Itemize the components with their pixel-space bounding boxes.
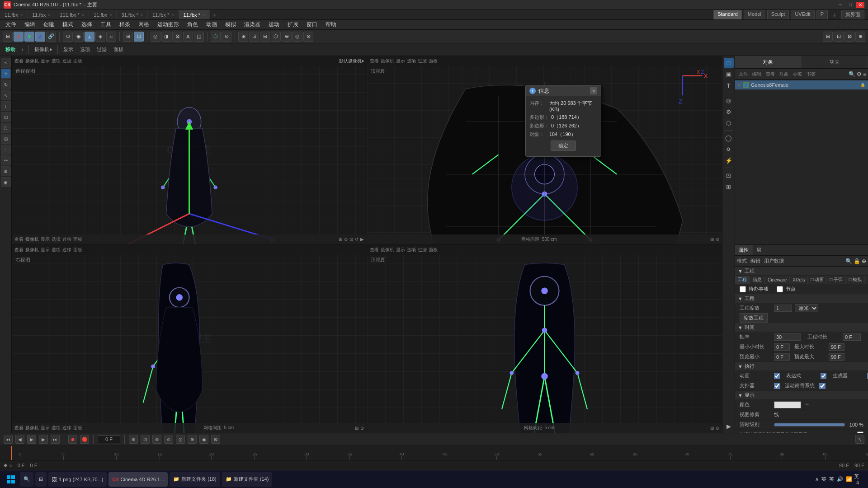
lt-move[interactable]: ✛ [1,69,11,79]
ris-misc2[interactable]: ⊞ [724,182,734,192]
taskbar-clock[interactable]: 英 4 [854,473,859,485]
render3-btn[interactable]: ○ [106,32,116,42]
obj-tb-bookmark[interactable]: 书签 [805,70,817,78]
layer-btn[interactable]: ◑ [161,32,171,42]
systray-network[interactable]: 📶 [846,476,852,482]
ris-t-btn[interactable]: T [724,80,734,90]
tb-right2[interactable]: ⊡ [834,32,844,42]
layout-standard[interactable]: Standard [713,10,742,20]
search-icon[interactable]: 🔍 [849,71,855,77]
vp-bl-filter-btn[interactable]: 过移 [62,247,71,253]
tl-expand[interactable]: ⤡ [855,435,864,444]
close-button[interactable]: ✕ [856,2,864,8]
lt-select[interactable]: ↖ [1,58,11,68]
tb-extra2[interactable]: ⊡ [249,32,259,42]
dialog-close-btn[interactable]: ✕ [590,87,597,94]
props-sub-project[interactable]: 工程 [735,276,750,284]
obj-tb-obj[interactable]: 对象 [778,70,790,78]
layout-new-view[interactable]: 新界面 [841,10,864,20]
menu-mode[interactable]: 模式 [59,20,77,29]
tb-right3[interactable]: ⊠ [844,32,854,42]
lt-rotate[interactable]: ↻ [1,80,11,89]
ris-target-btn[interactable]: ⭘ [724,144,734,154]
taskbar-app-img[interactable]: 🖼 1.png (247 KB,70...) [48,472,107,487]
vp-tl-opts-btn[interactable]: 选项 [52,58,61,64]
minhours-input[interactable] [774,343,790,351]
maximize-button[interactable]: □ [846,2,854,8]
color-edit-icon[interactable]: ✏ [806,402,809,407]
props-sub-cineware[interactable]: Cineware [765,276,790,284]
tl-mode2[interactable]: ⊡ [141,435,150,444]
layout-add[interactable]: + [830,10,840,20]
vp-tl-cam-btn[interactable]: 摄像机 [25,58,39,64]
tb-extra3[interactable]: ⊟ [260,32,270,42]
vp-bl-panel-btn[interactable]: 面板 [73,247,82,253]
props-project-header[interactable]: ▼ 工程 [735,267,868,276]
vp-bl-view-bbt[interactable]: 查看 [14,425,24,431]
menu-animation[interactable]: 动画 [203,20,221,29]
ris-obj-btn[interactable]: □ [724,58,734,68]
vp-toolbar-cam[interactable]: 摄像机♦ [32,45,55,54]
tab-1[interactable]: 11.fbx × [0,10,28,20]
vp-bl-cam-btn[interactable]: 摄像机 [25,247,39,253]
menu-render[interactable]: 渲染器 [241,20,264,29]
tl-mode8[interactable]: ⊠ [211,435,220,444]
layout-uvedit[interactable]: UVEdit [791,10,814,20]
vp-toolbar-opts[interactable]: 选项 [77,45,93,54]
vp-bl-panel-bbt[interactable]: 面板 [73,425,82,431]
misc1[interactable]: A [183,32,193,42]
tab-7-active[interactable]: 11.fbx * × [179,10,210,20]
tab-6-close[interactable]: × [171,13,174,17]
tab-4-close[interactable]: × [109,13,112,17]
obj-tab-skills[interactable]: 功夫 [802,56,868,68]
viewport-right[interactable]: 查看 摄像机 显示 选项 过移 面板 右视图 CG模型主 [12,245,367,433]
vp-tl-bottom-sel[interactable]: 选项 [52,236,61,243]
taskbar-app-folder2[interactable]: 📁 新建文件夹 (14) [222,472,273,487]
tb-extra4[interactable]: ⬡ [271,32,281,42]
taskbar-search[interactable]: 🔍 [20,472,33,487]
tab-3-close[interactable]: × [82,13,84,17]
notif-count[interactable]: 4 [854,480,859,485]
vp-tr-opts-btn[interactable]: 选项 [407,58,416,64]
tl-mode6[interactable]: ⊕ [188,435,197,444]
align-btn[interactable]: ⊞ [123,32,133,42]
tb-extra6[interactable]: ◎ [292,32,302,42]
vp-tl-bottom-panel[interactable]: 面板 [73,236,82,243]
menu-help[interactable]: 帮助 [322,20,340,29]
lt-script[interactable]: ⚙ [1,166,11,176]
props-lock-icon[interactable]: 🔒 [854,258,860,264]
menu-window[interactable]: 窗口 [303,20,321,29]
tb-extra1[interactable]: ⊞ [238,32,248,42]
previewmin-input[interactable] [774,353,790,361]
vp-br-disp-btn[interactable]: 显示 [396,247,405,253]
vp-tl-bottom-view[interactable]: 查看 [14,236,24,243]
tab-6[interactable]: 11.fbx * × [148,10,179,20]
vp-bl-opts-btn[interactable]: 选项 [52,247,61,253]
tab-5[interactable]: 31.fbx * × [117,10,148,20]
systray-volume[interactable]: 🔊 [837,476,843,482]
tl-mode1[interactable]: ⊞ [129,435,138,444]
vp-tr-disp-btn[interactable]: 显示 [396,58,405,64]
vp-bl-disp-bbt[interactable]: 显示 [41,425,50,431]
dialog-confirm-btn[interactable]: 确定 [551,141,576,151]
obj-search-icon2[interactable]: ⚙ [857,71,862,77]
menu-spline[interactable]: 样条 [116,20,134,29]
vp-toolbar-move[interactable]: 移动 [3,45,18,54]
vp-br-view-btn[interactable]: 查看 [370,247,379,253]
vp-br-opts-btn[interactable]: 选项 [407,247,416,253]
tl-to-end[interactable]: ⏭ [51,435,60,444]
obj-tab-objects[interactable]: 对象 [735,56,802,68]
tb-right1[interactable]: ⊞ [823,32,833,42]
adapt-check[interactable] [857,432,863,433]
tab-2[interactable]: 11.fbx × [28,10,55,20]
tl-mode4[interactable]: ⊙ [164,435,173,444]
lt-edge[interactable]: ⊞ [1,134,11,144]
menu-file[interactable]: 文件 [2,20,20,29]
props-sub-info[interactable]: 信息 [750,276,765,284]
menu-mograph[interactable]: 运动图形 [154,20,183,29]
playhead[interactable] [11,446,12,460]
move-axes[interactable]: ⬡ [211,32,221,42]
props-sub-xrefs[interactable]: XRefs [790,276,808,284]
tab-3[interactable]: 111.fbx * × [55,10,89,20]
tl-frame-input[interactable] [98,435,120,443]
